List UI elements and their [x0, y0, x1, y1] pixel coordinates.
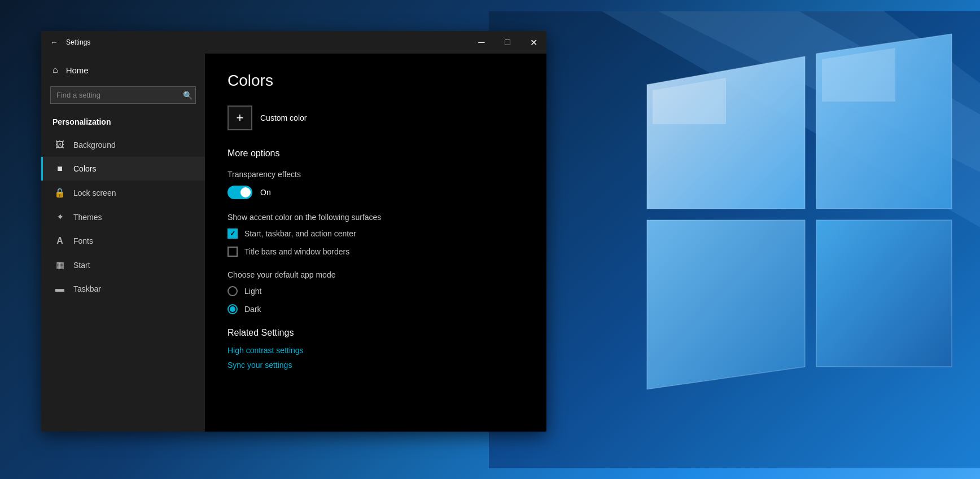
radio-dark[interactable] [228, 304, 238, 314]
sidebar-item-themes[interactable]: ✦ Themes [41, 205, 205, 229]
checkbox-start[interactable]: ✓ [228, 228, 238, 239]
accent-surfaces-section: Show accent color on the following surfa… [228, 213, 524, 257]
lockscreen-icon: 🔒 [54, 187, 65, 198]
taskbar-icon: ▬ [54, 284, 65, 294]
themes-icon: ✦ [54, 212, 65, 222]
sidebar-item-lockscreen[interactable]: 🔒 Lock screen [41, 181, 205, 205]
sync-settings-link[interactable]: Sync your settings [228, 361, 524, 370]
radio-light-label: Light [244, 287, 261, 296]
sidebar-item-fonts[interactable]: A Fonts [41, 229, 205, 253]
custom-color-label: Custom color [260, 113, 307, 122]
fonts-label: Fonts [73, 236, 93, 245]
radio-row-light[interactable]: Light [228, 286, 524, 296]
checkbox-titlebars[interactable] [228, 247, 238, 257]
sidebar: ⌂ Home 🔍 Personalization 🖼 Background ■ … [41, 54, 205, 432]
more-options-heading: More options [228, 148, 524, 159]
plus-icon: + [237, 111, 244, 125]
search-container: 🔍 [50, 86, 196, 104]
color-plus-box: + [228, 106, 252, 130]
checkbox-start-label: Start, taskbar, and action center [244, 229, 356, 238]
close-button[interactable]: ✕ [520, 31, 546, 54]
window-body: ⌂ Home 🔍 Personalization 🖼 Background ■ … [41, 54, 546, 432]
search-button[interactable]: 🔍 [183, 91, 193, 100]
sidebar-item-taskbar[interactable]: ▬ Taskbar [41, 277, 205, 301]
transparency-toggle-row: On [228, 186, 524, 199]
related-settings-heading: Related Settings [228, 328, 524, 338]
sidebar-item-start[interactable]: ▦ Start [41, 253, 205, 277]
checkbox-titlebars-label: Title bars and window borders [244, 247, 349, 256]
radio-light[interactable] [228, 286, 238, 296]
page-title: Colors [228, 72, 524, 90]
home-icon: ⌂ [53, 65, 58, 75]
transparency-on-label: On [260, 188, 271, 197]
start-icon: ▦ [54, 260, 65, 270]
sidebar-item-home[interactable]: ⌂ Home [41, 59, 205, 81]
transparency-toggle[interactable] [228, 186, 252, 199]
radio-dark-inner [230, 306, 235, 312]
window-title: Settings [66, 38, 90, 46]
background-icon: 🖼 [54, 140, 65, 150]
sidebar-item-background[interactable]: 🖼 Background [41, 133, 205, 157]
radio-row-dark[interactable]: Dark [228, 304, 524, 314]
toggle-knob [240, 187, 251, 197]
lockscreen-label: Lock screen [73, 188, 116, 197]
taskbar-label: Taskbar [73, 284, 101, 293]
transparency-label: Transparency effects [228, 170, 524, 179]
search-input[interactable] [50, 86, 196, 104]
title-bar: ← Settings ─ □ ✕ [41, 31, 546, 54]
colors-icon: ■ [54, 164, 65, 174]
back-button[interactable]: ← [48, 36, 60, 49]
accent-surfaces-label: Show accent color on the following surfa… [228, 213, 524, 222]
app-mode-label: Choose your default app mode [228, 270, 524, 279]
maximize-button[interactable]: □ [495, 31, 520, 54]
title-bar-controls: ─ □ ✕ [469, 31, 546, 54]
sidebar-section-title: Personalization [41, 113, 205, 133]
themes-label: Themes [73, 213, 102, 222]
more-options-section: More options Transparency effects On [228, 148, 524, 199]
checkbox-row-titlebars[interactable]: Title bars and window borders [228, 247, 524, 257]
main-content: Colors + Custom color More options Trans… [205, 54, 546, 432]
windows-logo-svg [489, 11, 980, 468]
custom-color-button[interactable]: + Custom color [228, 106, 307, 130]
colors-label: Colors [73, 164, 96, 173]
app-mode-section: Choose your default app mode Light Dark [228, 270, 524, 314]
fonts-icon: A [54, 236, 65, 246]
high-contrast-link[interactable]: High contrast settings [228, 346, 524, 355]
radio-dark-label: Dark [244, 305, 261, 314]
checkmark-icon: ✓ [230, 230, 235, 238]
start-label: Start [73, 261, 90, 270]
settings-window: ← Settings ─ □ ✕ ⌂ Home 🔍 Personalizatio… [41, 31, 546, 432]
minimize-button[interactable]: ─ [469, 31, 495, 54]
background-label: Background [73, 140, 116, 150]
checkbox-row-start[interactable]: ✓ Start, taskbar, and action center [228, 228, 524, 239]
sidebar-item-colors[interactable]: ■ Colors [41, 157, 205, 181]
related-settings-section: Related Settings High contrast settings … [228, 328, 524, 370]
title-bar-left: ← Settings [48, 36, 90, 49]
home-label: Home [66, 65, 89, 75]
